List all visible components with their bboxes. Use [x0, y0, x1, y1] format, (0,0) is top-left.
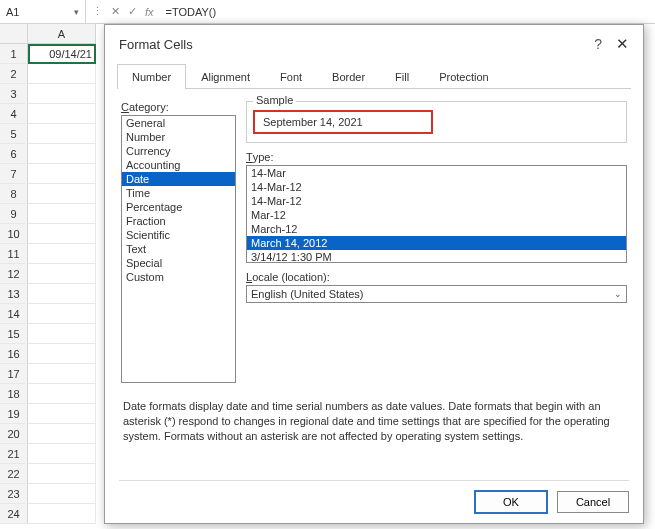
cell[interactable]: [28, 224, 96, 244]
cell[interactable]: [28, 324, 96, 344]
help-icon[interactable]: ?: [594, 36, 602, 52]
formula-input[interactable]: =TODAY(): [160, 6, 217, 18]
row-header[interactable]: 1: [0, 44, 28, 64]
cell[interactable]: [28, 404, 96, 424]
category-item[interactable]: General: [122, 116, 235, 130]
chevron-down-icon: ⌄: [614, 289, 622, 299]
cell[interactable]: [28, 204, 96, 224]
row-header[interactable]: 20: [0, 424, 28, 444]
row-header[interactable]: 16: [0, 344, 28, 364]
category-item[interactable]: Custom: [122, 270, 235, 284]
category-item[interactable]: Percentage: [122, 200, 235, 214]
cell[interactable]: [28, 444, 96, 464]
type-item[interactable]: 14-Mar-12: [247, 194, 626, 208]
close-icon[interactable]: ✕: [616, 35, 629, 53]
cell[interactable]: [28, 164, 96, 184]
row-header[interactable]: 15: [0, 324, 28, 344]
name-box-value: A1: [6, 6, 74, 18]
category-item[interactable]: Currency: [122, 144, 235, 158]
category-item[interactable]: Special: [122, 256, 235, 270]
tab-border[interactable]: Border: [317, 64, 380, 89]
cancel-icon[interactable]: ✕: [111, 5, 120, 18]
cell[interactable]: [28, 124, 96, 144]
type-item[interactable]: 3/14/12 1:30 PM: [247, 250, 626, 263]
row-header[interactable]: 2: [0, 64, 28, 84]
type-item[interactable]: March-12: [247, 222, 626, 236]
row-header[interactable]: 7: [0, 164, 28, 184]
cancel-button[interactable]: Cancel: [557, 491, 629, 513]
category-item[interactable]: Date: [122, 172, 235, 186]
chevron-down-icon[interactable]: ▾: [74, 7, 79, 17]
row-header[interactable]: 8: [0, 184, 28, 204]
type-item[interactable]: 14-Mar: [247, 166, 626, 180]
type-item[interactable]: March 14, 2012: [247, 236, 626, 250]
cell[interactable]: [28, 344, 96, 364]
row-header[interactable]: 12: [0, 264, 28, 284]
category-item[interactable]: Text: [122, 242, 235, 256]
name-box[interactable]: A1 ▾: [0, 0, 86, 23]
tab-protection[interactable]: Protection: [424, 64, 504, 89]
row-header[interactable]: 22: [0, 464, 28, 484]
dialog-tabs: Number Alignment Font Border Fill Protec…: [117, 63, 631, 89]
row-header[interactable]: 3: [0, 84, 28, 104]
type-label: Type:: [246, 151, 627, 163]
cell[interactable]: [28, 424, 96, 444]
dialog-title: Format Cells: [119, 37, 594, 52]
row-header[interactable]: 18: [0, 384, 28, 404]
locale-value: English (United States): [251, 288, 364, 300]
category-item[interactable]: Fraction: [122, 214, 235, 228]
fx-icon[interactable]: fx: [145, 6, 154, 18]
column-header-a[interactable]: A: [28, 24, 96, 44]
cell[interactable]: [28, 304, 96, 324]
row-header[interactable]: 17: [0, 364, 28, 384]
row-header[interactable]: 5: [0, 124, 28, 144]
category-list[interactable]: GeneralNumberCurrencyAccountingDateTimeP…: [121, 115, 236, 383]
tab-font[interactable]: Font: [265, 64, 317, 89]
dialog-buttons: OK Cancel: [119, 480, 629, 513]
cell[interactable]: [28, 84, 96, 104]
cell[interactable]: [28, 184, 96, 204]
select-all-corner[interactable]: [0, 24, 28, 44]
confirm-icon[interactable]: ✓: [128, 5, 137, 18]
cell[interactable]: [28, 484, 96, 504]
category-item[interactable]: Scientific: [122, 228, 235, 242]
row-header[interactable]: 13: [0, 284, 28, 304]
formula-bar: A1 ▾ ⋮ ✕ ✓ fx =TODAY(): [0, 0, 655, 24]
cell[interactable]: [28, 284, 96, 304]
cell[interactable]: [28, 104, 96, 124]
cell[interactable]: [28, 64, 96, 84]
row-header[interactable]: 19: [0, 404, 28, 424]
cell[interactable]: [28, 244, 96, 264]
dialog-titlebar[interactable]: Format Cells ? ✕: [105, 25, 643, 59]
cell[interactable]: [28, 384, 96, 404]
tab-fill[interactable]: Fill: [380, 64, 424, 89]
cell[interactable]: [28, 464, 96, 484]
category-item[interactable]: Accounting: [122, 158, 235, 172]
type-list[interactable]: 14-Mar14-Mar-1214-Mar-12Mar-12March-12Ma…: [246, 165, 627, 263]
cell[interactable]: [28, 504, 96, 524]
cell[interactable]: 09/14/21: [28, 44, 96, 64]
tab-number[interactable]: Number: [117, 64, 186, 89]
cell[interactable]: [28, 264, 96, 284]
type-item[interactable]: Mar-12: [247, 208, 626, 222]
cell[interactable]: [28, 144, 96, 164]
cell[interactable]: [28, 364, 96, 384]
row-header[interactable]: 21: [0, 444, 28, 464]
format-cells-dialog: Format Cells ? ✕ Number Alignment Font B…: [104, 24, 644, 524]
row-header[interactable]: 6: [0, 144, 28, 164]
row-header[interactable]: 24: [0, 504, 28, 524]
formula-bar-controls: ⋮ ✕ ✓ fx: [86, 5, 160, 18]
tab-alignment[interactable]: Alignment: [186, 64, 265, 89]
row-header[interactable]: 11: [0, 244, 28, 264]
ok-button[interactable]: OK: [475, 491, 547, 513]
category-item[interactable]: Time: [122, 186, 235, 200]
row-header[interactable]: 4: [0, 104, 28, 124]
row-header[interactable]: 14: [0, 304, 28, 324]
category-item[interactable]: Number: [122, 130, 235, 144]
type-item[interactable]: 14-Mar-12: [247, 180, 626, 194]
row-header[interactable]: 9: [0, 204, 28, 224]
row-header[interactable]: 10: [0, 224, 28, 244]
row-header[interactable]: 23: [0, 484, 28, 504]
format-description: Date formats display date and time seria…: [105, 395, 643, 448]
locale-select[interactable]: English (United States) ⌄: [246, 285, 627, 303]
